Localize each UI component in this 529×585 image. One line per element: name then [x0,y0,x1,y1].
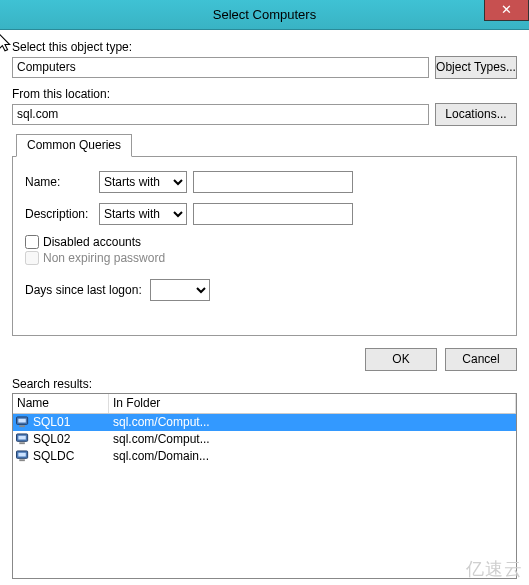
column-in-folder[interactable]: In Folder [109,394,516,413]
computer-icon [15,433,31,446]
search-results-label: Search results: [12,377,517,391]
close-icon: ✕ [501,2,512,17]
cancel-button[interactable]: Cancel [445,348,517,371]
name-input[interactable] [193,171,353,193]
ok-button[interactable]: OK [365,348,437,371]
query-panel: Name: Starts with Description: Starts wi… [12,156,517,336]
query-tabs: Common Queries Name: Starts with Descrip… [12,134,517,336]
table-row[interactable]: SQL02sql.com/Comput... [13,431,516,448]
object-type-field: Computers [12,57,429,78]
titlebar: Select Computers ✕ [0,0,529,30]
results-header: Name In Folder [13,394,516,414]
svg-rect-10 [18,453,25,457]
description-label: Description: [25,207,93,221]
close-button[interactable]: ✕ [484,0,529,21]
computer-icon [15,416,31,429]
location-field: sql.com [12,104,429,125]
cell-name: SQL02 [13,431,109,448]
disabled-accounts-label: Disabled accounts [43,235,141,249]
name-mode-select[interactable]: Starts with [99,171,187,193]
name-label: Name: [25,175,93,189]
column-name[interactable]: Name [13,394,109,413]
non-expiring-checkbox [25,251,39,265]
cell-folder: sql.com/Domain... [109,448,516,465]
days-since-logon-label: Days since last logon: [25,283,142,297]
svg-rect-5 [19,425,25,427]
non-expiring-label: Non expiring password [43,251,165,265]
days-since-logon-select[interactable] [150,279,210,301]
cell-name: SQLDC [13,448,109,465]
cell-folder: sql.com/Comput... [109,414,516,431]
cell-name: SQL01 [13,414,109,431]
computer-name: SQLDC [33,448,74,465]
results-list: Name In Folder SQL01sql.com/Comput...SQL… [12,393,517,579]
computer-icon [15,450,31,463]
disabled-accounts-checkbox[interactable] [25,235,39,249]
locations-button[interactable]: Locations... [435,103,517,126]
object-type-label: Select this object type: [12,40,517,54]
tab-common-queries[interactable]: Common Queries [16,134,132,157]
object-types-button[interactable]: Object Types... [435,56,517,79]
location-label: From this location: [12,87,517,101]
svg-rect-7 [18,436,25,440]
description-mode-select[interactable]: Starts with [99,203,187,225]
window-title: Select Computers [213,7,316,22]
cell-folder: sql.com/Comput... [109,431,516,448]
svg-rect-8 [19,442,25,444]
computer-name: SQL02 [33,431,70,448]
table-row[interactable]: SQL01sql.com/Comput... [13,414,516,431]
svg-rect-4 [18,419,25,423]
description-input[interactable] [193,203,353,225]
computer-name: SQL01 [33,414,70,431]
svg-rect-11 [19,459,25,461]
table-row[interactable]: SQLDCsql.com/Domain... [13,448,516,465]
